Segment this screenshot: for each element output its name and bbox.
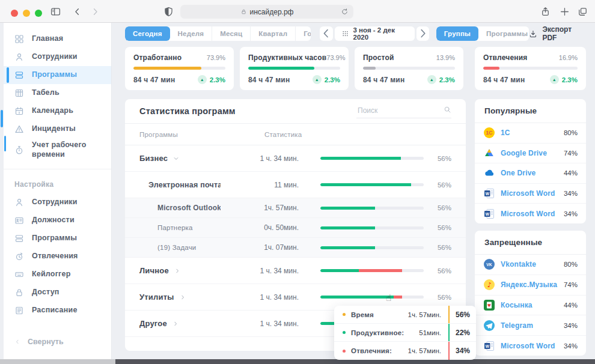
program-time: 1 ч. 34 мин. [221, 293, 299, 302]
show-tabs-button[interactable] [578, 7, 588, 17]
usage-bar[interactable] [320, 207, 424, 210]
dashboard-grid-icon [14, 34, 24, 44]
usage-bar[interactable] [320, 157, 424, 160]
employee-icon [14, 198, 24, 207]
stat-time: 84 ч 47 мин [483, 76, 525, 84]
timesheet-icon [14, 88, 24, 98]
date-next-button[interactable] [416, 26, 429, 41]
date-range-picker[interactable]: 3 ноя - 2 дек 2020 [335, 26, 415, 41]
program-row[interactable]: Бизнес 1 ч. 34 мин. 56% [125, 145, 466, 172]
url-bar[interactable]: инсайдер.рф [180, 5, 353, 19]
sidebar-item-employee[interactable]: Сотрудники [4, 193, 111, 211]
word-icon: W [483, 187, 495, 199]
period-tab-0[interactable]: Сегодня [125, 26, 170, 41]
usage-bar[interactable] [320, 183, 424, 186]
sidebar-item-worktime-stopwatch[interactable]: Учет рабочего времени [4, 138, 111, 162]
tooltip-row: Время 1ч. 57мин. 56% [334, 306, 476, 324]
google-drive-icon [483, 147, 495, 159]
lock-icon [240, 8, 247, 15]
yandex-music-icon: ♪ [483, 279, 495, 291]
usage-bar[interactable] [320, 246, 424, 249]
program-time: 1 ч. 34 мин. [221, 267, 299, 275]
app-row[interactable]: W Microsoft Word 34% [475, 336, 586, 356]
view-tab-0[interactable]: Группы [436, 26, 478, 41]
period-tab-3[interactable]: Квартал [251, 26, 296, 41]
close-window-button[interactable] [11, 10, 18, 17]
export-pdf-button[interactable]: Экспорт PDF [529, 25, 586, 42]
sidebar-item-employee[interactable]: Сотрудники [4, 48, 111, 66]
refresh-icon[interactable] [341, 8, 349, 16]
program-row[interactable]: Партнерка 0ч. 50мин. 56% [125, 218, 466, 238]
app-row[interactable]: 1С 1C 80% [475, 123, 586, 144]
legend-dot [343, 313, 346, 316]
program-time: 0ч. 50мин. [221, 223, 299, 232]
table-title: Статистика программ [139, 106, 236, 116]
sidebar-item-dashboard-grid[interactable]: Главная [4, 30, 111, 48]
schedule-doc-icon [14, 306, 24, 315]
stat-delta-value: 2.3% [325, 76, 340, 83]
zoom-window-button[interactable] [35, 10, 42, 17]
privacy-shield-icon[interactable] [163, 7, 174, 17]
hand-cursor: ☝ [386, 293, 391, 303]
minimize-window-button[interactable] [23, 10, 30, 17]
stat-delta-value: 2.3% [439, 76, 455, 83]
sidebar-item-incident-warning[interactable]: Инциденты [4, 120, 111, 138]
stat-percent: 13.9% [436, 54, 455, 61]
search-input[interactable] [356, 105, 451, 118]
new-tab-button[interactable] [560, 7, 570, 17]
view-tabs: ГруппыПрограммы [436, 26, 529, 41]
app-row[interactable]: One Drive 44% [475, 163, 586, 184]
sidebar-item-id-card[interactable]: Должности [4, 211, 111, 229]
stat-title: Отработанно [133, 53, 182, 62]
sidebar-item-schedule-doc[interactable]: Расписание [4, 302, 111, 320]
program-row[interactable]: (19) Задачи 1ч. 07мин. 56% [125, 238, 466, 258]
stat-progress-bar [483, 67, 578, 70]
app-row[interactable]: W Microsoft Word 34% [475, 184, 586, 204]
view-tab-1[interactable]: Программы [478, 26, 529, 41]
telegram-icon [483, 320, 495, 332]
search-box [356, 105, 451, 118]
browser-forward-button[interactable] [90, 7, 100, 17]
sidebar-item-programs-cards[interactable]: Программы [4, 229, 111, 247]
stat-card: Отвлечения 16.9% 84 ч 47 мин ▲ 2.3% [475, 47, 586, 90]
app-row[interactable]: Google Drive 74% [475, 144, 586, 164]
app-row[interactable]: ♪ Яндекс.Музыка 74% [475, 275, 586, 296]
sidebar-item-timesheet[interactable]: Табель [4, 84, 111, 102]
program-row[interactable]: Microsoft Outlook 1ч. 57мин. 56% [125, 198, 466, 218]
stat-progress-bar [363, 67, 455, 70]
app-row[interactable]: W Microsoft Word 34% [475, 204, 586, 223]
calendar-grid-icon [342, 30, 349, 37]
period-tab-2[interactable]: Месяц [212, 26, 251, 41]
sidebar-item-distraction-clock[interactable]: Отвлечения [4, 247, 111, 265]
share-button[interactable] [540, 7, 551, 17]
stat-delta-value: 2.3% [210, 76, 225, 83]
app-row[interactable]: Telegram 34% [475, 315, 586, 336]
tooltip-row: Отвлечния: 1ч. 57мин. 34% [334, 342, 476, 360]
browser-back-button[interactable] [72, 7, 82, 17]
popular-title: Популярные [475, 99, 586, 123]
sidebar-item-lock[interactable]: Доступ [4, 284, 111, 302]
app-row[interactable]: ♥ Косынка 44% [475, 296, 586, 316]
stat-time: 84 ч 47 мин [248, 76, 290, 84]
stat-delta-value: 2.3% [562, 76, 578, 83]
svg-text:♥: ♥ [487, 303, 491, 308]
program-row[interactable]: Электронная почта 11 мин. 56% [125, 172, 466, 198]
usage-bar[interactable] [320, 296, 424, 299]
collapse-sidebar-button[interactable]: Свернуть [14, 338, 64, 346]
usage-bar[interactable] [320, 269, 424, 272]
usage-bar[interactable] [320, 226, 424, 229]
sidebar-item-keyboard[interactable]: Кейлоггер [4, 265, 111, 284]
date-prev-button[interactable] [320, 26, 332, 41]
sidebar-toggle-icon[interactable] [50, 7, 61, 17]
program-time: 1ч. 07мин. [221, 243, 299, 252]
sidebar-item-calendar[interactable]: Календарь [4, 102, 111, 120]
app-row[interactable]: VK Vkontakte 80% [475, 255, 586, 275]
app-sidebar: Главная Сотрудники Программы Табель Кале… [4, 23, 112, 359]
sidebar-settings-nav: Сотрудники Должности Программы Отвлечени… [4, 193, 111, 320]
browser-chrome: инсайдер.рф [0, 0, 595, 23]
program-row[interactable]: Личное 1 ч. 34 мин. 56% [125, 258, 466, 284]
period-tab-1[interactable]: Неделя [170, 26, 213, 41]
forbidden-apps-card: Запрещенные VK Vkontakte 80% ♪ Яндекс.Му… [475, 231, 586, 356]
sidebar-item-programs-cards[interactable]: Программы [4, 66, 111, 84]
period-tab-4[interactable]: Год [296, 26, 311, 41]
